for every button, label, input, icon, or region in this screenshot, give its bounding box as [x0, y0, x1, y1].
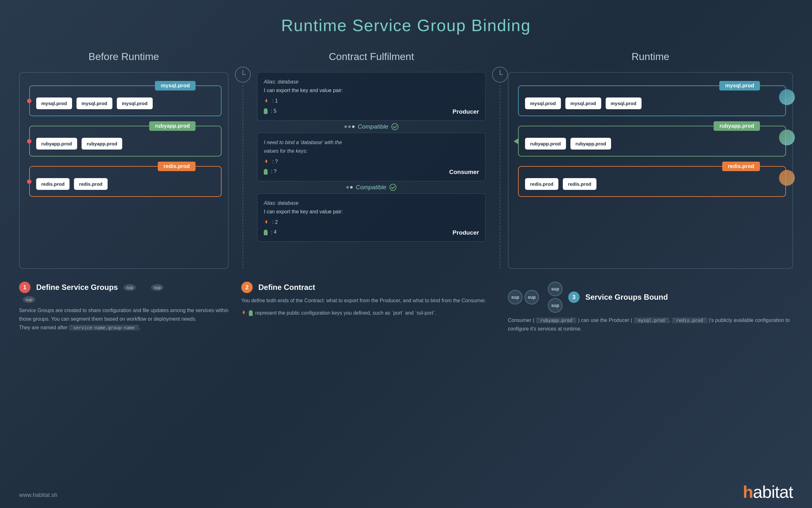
sup-circle-3: sup: [548, 282, 562, 296]
step-1-sup3: sup: [23, 296, 35, 303]
sup-circle-4: sup: [548, 298, 562, 313]
step-3-sup-circles-2: sup sup: [548, 282, 562, 313]
key-green-icon-1: [264, 108, 268, 114]
step-1-block: 1 Define Service Groups sup sup sup Serv…: [19, 282, 235, 333]
compatible-text-1: Compatible: [358, 123, 388, 130]
before-rubyapp-dot: [27, 139, 32, 143]
runtime-rubyapp-node-1: rubyapp.prod: [525, 138, 566, 150]
step-1-sup1: sup: [124, 284, 136, 291]
svg-point-0: [392, 124, 398, 130]
consumer-role: Consumer: [449, 167, 479, 177]
step-2-icons-text: represent the public configuration keys …: [241, 309, 502, 317]
before-mysql-node-1: mysql.prod: [36, 97, 72, 109]
redis-producer-line1: I can export the key and value pair:: [264, 207, 479, 216]
key-orange-icon-1: [264, 99, 269, 104]
consumer-key2: : ?: [271, 169, 276, 174]
before-redis-node-2: redis.prod: [74, 178, 107, 190]
runtime-rubyapp-circle: [779, 130, 795, 145]
step-2-number: 2: [241, 282, 253, 293]
consumer-line1: I need to bind a 'database' with the: [264, 138, 479, 147]
key-orange-icon-2: [264, 159, 269, 165]
step-2-text2: represent the public configuration keys …: [255, 309, 437, 317]
key-green-icon-2: [264, 169, 268, 175]
mysql-producer-line1: I can export the key and value pair:: [264, 86, 479, 95]
contract-fulfilment-section: Contract Fulfilment Alias: database I ca…: [251, 51, 492, 269]
step-3-text: Consumer ( `rubyapp.prod` ) can use the …: [508, 316, 793, 333]
mysql-producer-key2: : 5: [271, 108, 276, 114]
clock-divider-1: [235, 51, 251, 269]
rubyapp-arrow: [513, 138, 519, 144]
before-mysql-node-2: mysql.prod: [77, 97, 112, 109]
before-redis-node-1: redis.prod: [36, 178, 70, 190]
step-1-title: Define Service Groups: [36, 283, 118, 292]
step-1-text: Service Groups are created to share conf…: [19, 306, 229, 332]
runtime-section: Runtime mysql.prod mysql.prod mysql.prod…: [508, 51, 793, 269]
runtime-mysql-label: mysql.prod: [719, 81, 760, 90]
step-2-key-green: [249, 310, 253, 316]
compatible-badge-1: Compatible: [257, 123, 486, 130]
habitat-logo-h: h: [743, 482, 753, 501]
before-mysql-dot: [27, 99, 32, 103]
step-3-sup-circles: sup sup: [508, 290, 539, 304]
runtime-redis-circle: [779, 170, 795, 186]
mysql-producer-alias: Alias: database: [264, 78, 479, 86]
step-3-title: Service Groups Bound: [585, 293, 668, 302]
runtime-mysql-node-3: mysql.prod: [606, 97, 641, 109]
compatible-text-2: Compatible: [356, 184, 386, 191]
consumer-line2: values for the keys:: [264, 147, 479, 155]
redis-producer-key2: : 4: [271, 229, 276, 235]
contract-title: Contract Fulfilment: [257, 51, 486, 62]
before-runtime-section: Before Runtime mysql.prod mysql.prod mys…: [19, 51, 235, 269]
before-rubyapp-label: rubyapp.prod: [149, 121, 195, 131]
step-3-number: 3: [568, 292, 580, 303]
before-rubyapp-node-2: rubyapp.prod: [82, 138, 123, 150]
before-mysql-node-3: mysql.prod: [117, 97, 153, 109]
step-2-key-orange: [241, 310, 246, 315]
runtime-mysql-node-2: mysql.prod: [566, 97, 601, 109]
page-title: Runtime Service Group Binding: [19, 13, 793, 35]
compatible-icon-2: [390, 184, 397, 191]
redis-producer-box: Alias: database I can export the key and…: [257, 194, 486, 242]
runtime-rubyapp-node-2: rubyapp.prod: [571, 138, 612, 150]
step-2-title: Define Contract: [258, 283, 315, 292]
runtime-mysql-node-1: mysql.prod: [525, 97, 561, 109]
compat-dots-2: [346, 186, 353, 188]
runtime-title: Runtime: [508, 51, 793, 62]
before-redis-dot: [27, 179, 32, 184]
main-container: Runtime Service Group Binding Before Run…: [0, 0, 812, 508]
footer-website: www.habitat.sh: [19, 492, 57, 499]
before-redis-label: redis.prod: [158, 162, 195, 171]
mysql-producer-key1: : 1: [272, 98, 278, 103]
runtime-redis-node-2: redis.prod: [563, 178, 596, 190]
step-2-text1: You define both ends of the Contract: wh…: [241, 296, 502, 305]
footer-logo: habitat: [743, 482, 793, 502]
redis-producer-key1: : 2: [272, 219, 278, 225]
step-1-number: 1: [19, 282, 31, 293]
runtime-mysql-group: mysql.prod mysql.prod mysql.prod mysql.p…: [518, 85, 786, 116]
before-redis-group: redis.prod redis.prod redis.prod: [29, 166, 222, 197]
runtime-rubyapp-group: rubyapp.prod rubyapp.prod rubyapp.prod: [518, 126, 786, 157]
before-rubyapp-node-1: rubyapp.prod: [36, 138, 77, 150]
clock-divider-2: [492, 51, 508, 269]
step-2-block: 2 Define Contract You define both ends o…: [235, 282, 508, 333]
step-3-block: sup sup sup sup 3 Service Groups Bound C…: [508, 282, 793, 333]
key-orange-icon-3: [264, 220, 269, 225]
sup-circle-1: sup: [508, 290, 523, 304]
compatible-icon-1: [392, 123, 398, 130]
compat-dots-1: [345, 125, 355, 128]
before-rubyapp-group: rubyapp.prod rubyapp.prod rubyapp.prod: [29, 126, 222, 157]
before-runtime-title: Before Runtime: [19, 51, 229, 62]
step-1-sup2: sup: [151, 284, 164, 291]
runtime-mysql-circle: [779, 89, 795, 105]
steps-row: 1 Define Service Groups sup sup sup Serv…: [19, 279, 793, 333]
before-mysql-group: mysql.prod mysql.prod mysql.prod mysql.p…: [29, 85, 222, 116]
redis-producer-alias: Alias: database: [264, 199, 479, 207]
consumer-key1: : ?: [272, 159, 278, 164]
runtime-redis-label: redis.prod: [722, 162, 760, 171]
key-green-icon-3: [264, 229, 268, 235]
compatible-badge-2: Compatible: [257, 184, 486, 191]
mysql-producer-box: Alias: database I can export the key and…: [257, 72, 486, 121]
sup-circle-2: sup: [525, 290, 539, 304]
mysql-producer-role: Producer: [453, 107, 479, 117]
consumer-box: I need to bind a 'database' with the val…: [257, 133, 486, 181]
